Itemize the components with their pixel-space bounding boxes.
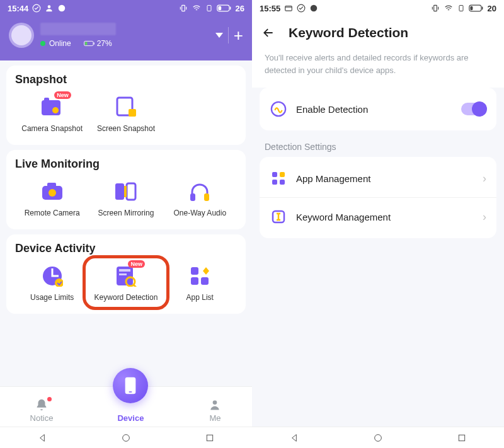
arrow-left-icon [261, 26, 276, 39]
one-way-audio-button[interactable]: One-Way Audio [163, 178, 237, 219]
user-icon [45, 4, 54, 13]
online-dot-icon [40, 41, 45, 46]
svg-rect-30 [191, 267, 198, 275]
device-fab[interactable] [113, 368, 148, 403]
enable-panel: Enable Detection [260, 88, 496, 130]
svg-rect-21 [124, 186, 127, 197]
svg-rect-10 [84, 42, 87, 45]
svg-point-36 [123, 434, 130, 441]
screen-mirroring-icon [114, 182, 138, 201]
keyword-detection-icon [115, 265, 137, 287]
settings-panel: App Management › Keyword Management › [260, 157, 496, 238]
nav-device-label: Device [117, 413, 144, 423]
android-back-icon[interactable] [37, 433, 47, 443]
vibrate-icon [431, 4, 440, 13]
battery-icon [217, 4, 232, 13]
nav-device[interactable]: Device [113, 377, 148, 427]
globe-icon [57, 4, 66, 13]
svg-rect-17 [47, 183, 56, 187]
svg-point-2 [59, 5, 66, 12]
android-home-icon[interactable] [373, 433, 383, 443]
svg-rect-4 [207, 6, 211, 11]
status-bar: 15:55 20 [252, 0, 504, 16]
keyword-management-row[interactable]: Keyword Management › [260, 197, 496, 236]
activity-title: Device Activity [15, 242, 237, 255]
camera-snapshot-button[interactable]: New Camera Snapshot [15, 94, 89, 135]
bell-icon [35, 398, 49, 412]
svg-rect-34 [129, 391, 132, 393]
svg-rect-42 [459, 6, 463, 11]
enable-toggle[interactable] [461, 103, 486, 115]
svg-rect-49 [272, 180, 277, 185]
status-time: 15:44 [8, 4, 28, 13]
svg-rect-31 [191, 277, 198, 285]
svg-point-13 [52, 107, 59, 113]
remote-camera-label: Remote Camera [25, 209, 80, 218]
nav-me-label: Me [209, 413, 220, 423]
app-management-row[interactable]: App Management › [260, 159, 496, 197]
back-button[interactable] [261, 26, 276, 39]
screen-snapshot-button[interactable]: Screen Snapshot [89, 94, 163, 135]
android-back-icon[interactable] [289, 433, 299, 443]
wifi-icon [192, 4, 202, 13]
keyword-management-label: Keyword Management [296, 212, 474, 222]
headphones-icon [188, 181, 211, 202]
remote-camera-button[interactable]: Remote Camera [15, 178, 89, 219]
svg-rect-48 [280, 172, 285, 177]
svg-rect-45 [470, 6, 472, 10]
page-title: Keyword Detection [289, 25, 408, 40]
nav-me[interactable]: Me [208, 398, 222, 427]
svg-point-18 [49, 189, 56, 197]
avatar[interactable] [9, 23, 34, 48]
enable-label: Enable Detection [296, 104, 452, 115]
svg-rect-3 [181, 5, 185, 11]
battery-mini-icon [84, 40, 95, 47]
screen-mirroring-button[interactable]: Screen Mirroring [89, 178, 163, 219]
screen-mirroring-label: Screen Mirroring [98, 209, 154, 218]
app-list-label: App List [186, 293, 214, 302]
nav-notice[interactable]: Notice [30, 398, 54, 427]
android-recent-icon[interactable] [205, 433, 215, 443]
device-name-blurred [40, 23, 116, 35]
svg-rect-32 [201, 277, 209, 285]
page-description: You'll receive alerts and detailed recor… [252, 49, 504, 88]
chevron-down-icon[interactable] [215, 33, 223, 38]
person-icon [209, 399, 221, 411]
battery-icon [469, 4, 484, 13]
status-battery: 20 [488, 4, 496, 13]
add-device-button[interactable]: + [234, 27, 243, 43]
svg-rect-22 [190, 193, 195, 201]
svg-rect-41 [433, 5, 437, 11]
usage-limits-button[interactable]: Usage Limits [15, 263, 89, 304]
status-time: 15:55 [260, 4, 280, 13]
notification-dot-icon [47, 397, 52, 401]
keyword-detection-button[interactable]: New Keyword Detection [89, 263, 163, 304]
svg-rect-7 [218, 6, 221, 10]
app-list-icon [190, 266, 210, 286]
status-battery: 26 [236, 4, 244, 13]
usage-limits-label: Usage Limits [30, 293, 74, 302]
online-label: Online [49, 39, 71, 48]
check-icon [32, 4, 41, 13]
android-home-icon[interactable] [121, 433, 131, 443]
detection-icon [270, 101, 287, 117]
wifi-icon [444, 4, 454, 13]
svg-rect-9 [93, 42, 94, 45]
svg-rect-27 [119, 269, 130, 272]
app-management-icon [271, 171, 286, 186]
svg-rect-15 [129, 109, 136, 117]
svg-point-1 [48, 5, 51, 8]
screen-snapshot-icon [115, 96, 137, 118]
status-bar: 15:44 26 [0, 0, 252, 16]
one-way-audio-label: One-Way Audio [173, 209, 226, 218]
svg-rect-38 [285, 6, 292, 11]
camera-snapshot-icon [40, 96, 64, 118]
android-recent-icon[interactable] [457, 433, 467, 443]
enable-detection-row[interactable]: Enable Detection [260, 90, 496, 128]
settings-section-label: Detection Settings [252, 130, 504, 157]
svg-rect-53 [459, 435, 465, 440]
globe-icon [309, 4, 318, 13]
remote-camera-icon [41, 182, 64, 201]
app-list-button[interactable]: App List [163, 263, 237, 304]
svg-rect-19 [115, 183, 124, 200]
